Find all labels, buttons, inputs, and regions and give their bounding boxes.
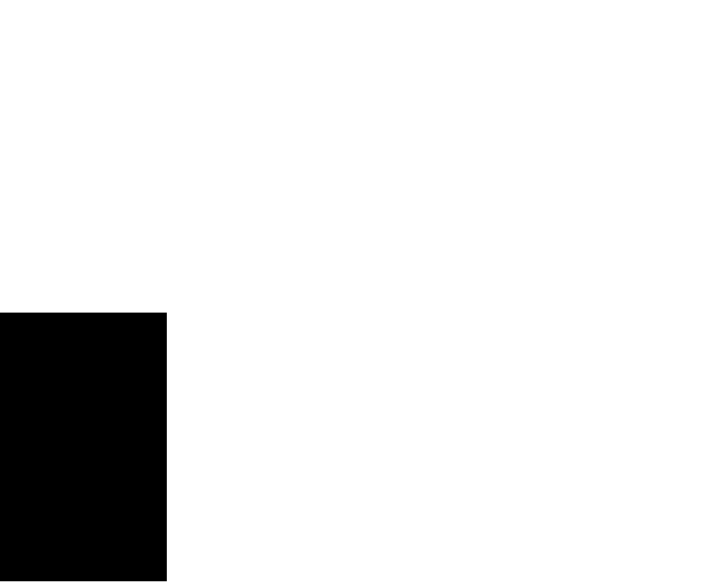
masked-region-block: [0, 313, 167, 581]
figure-canvas: [0, 0, 728, 582]
y-axis-title-patterns: [2, 91, 13, 212]
